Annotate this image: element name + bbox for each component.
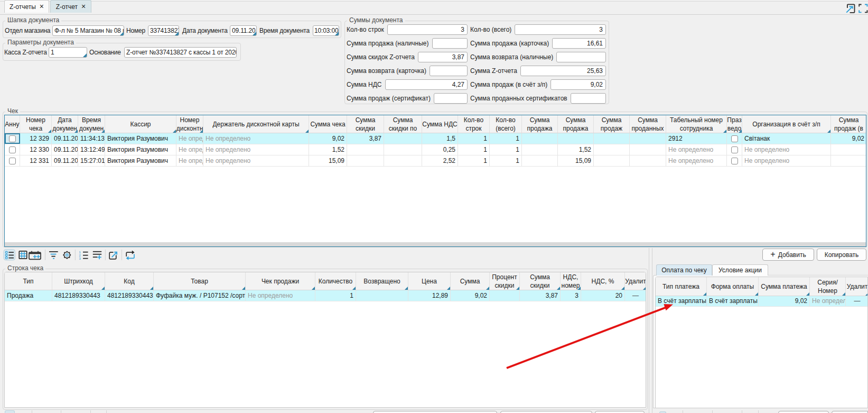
svg-text:3: 3 [79,257,81,260]
